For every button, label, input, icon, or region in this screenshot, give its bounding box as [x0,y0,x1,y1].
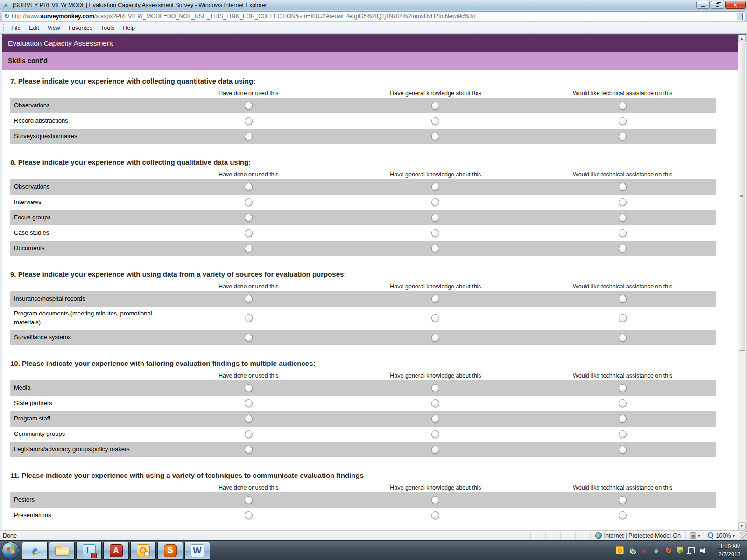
close-button[interactable]: × [725,1,746,9]
radio-button[interactable] [245,295,253,303]
question-block: 10. Please indicate your experience with… [10,359,716,457]
radio-button[interactable] [619,430,627,438]
radio-button[interactable] [245,415,253,423]
radio-button[interactable] [619,102,627,110]
taskbar-outlook[interactable]: O [130,542,156,560]
radio-button[interactable] [245,446,253,454]
radio-cell [342,415,529,423]
radio-button[interactable] [245,102,253,110]
radio-button[interactable] [619,511,627,519]
radio-button[interactable] [619,133,627,140]
radio-button[interactable] [619,214,627,222]
zoom-control-button[interactable]: 100% ▾ [704,531,739,540]
vertical-scrollbar[interactable]: ▲ ▼ [738,35,746,530]
matrix-row: Interviews [10,195,716,210]
radio-button[interactable] [431,511,439,519]
radio-button[interactable] [619,496,627,504]
radio-button[interactable] [431,102,439,110]
radio-button[interactable] [431,384,439,392]
radio-button[interactable] [619,117,627,125]
radio-button[interactable] [245,314,253,322]
menu-item-favorites[interactable]: Favorites [64,23,97,33]
compatibility-settings-button[interactable]: ▾ [685,531,704,540]
minimize-button[interactable] [696,1,710,9]
radio-button[interactable] [619,295,627,303]
radio-button[interactable] [619,446,627,454]
volume-icon[interactable] [699,546,707,554]
radio-button[interactable] [245,214,253,222]
network-icon[interactable] [687,546,695,554]
start-button[interactable] [2,542,19,559]
radio-button[interactable] [245,399,253,407]
taskbar-internet-explorer[interactable]: e [22,542,48,560]
radio-button[interactable] [619,183,627,191]
radio-button[interactable] [431,446,439,454]
radio-button[interactable] [245,511,253,519]
taskbar-word[interactable]: W [184,542,210,560]
menu-item-edit[interactable]: Edit [25,23,43,33]
radio-button[interactable] [245,245,253,252]
matrix-row: Observations [10,98,716,113]
radio-button[interactable] [431,183,439,191]
radio-button[interactable] [431,399,439,407]
radio-button[interactable] [431,496,439,504]
red-speaker-icon[interactable] [640,546,648,554]
diamond-icon[interactable] [652,546,660,554]
radio-button[interactable] [245,384,253,392]
address-input[interactable]: ↻ http://www.surveymonkey.com/s.aspx?PRE… [2,11,745,21]
matrix-row: Focus groups [10,210,716,225]
menu-item-tools[interactable]: Tools [97,23,119,33]
radio-button[interactable] [245,430,253,438]
radio-button[interactable] [619,198,627,206]
radio-button[interactable] [431,133,439,140]
radio-button[interactable] [619,415,627,423]
taskbar-clock[interactable]: 11:10 AM 2/7/2013 [717,543,740,559]
radio-button[interactable] [431,198,439,206]
outlook-reminder-icon[interactable] [616,546,624,554]
radio-button[interactable] [245,334,253,342]
radio-cell [342,430,529,438]
scroll-up-arrow[interactable]: ▲ [738,35,746,42]
toolbar-grip[interactable] [3,24,4,31]
radio-button[interactable] [619,245,627,252]
radio-button[interactable] [245,496,253,504]
radio-cell [529,399,716,407]
radio-button[interactable] [619,384,627,392]
radio-button[interactable] [431,117,439,125]
radio-button[interactable] [431,415,439,423]
radio-button[interactable] [619,334,627,342]
radio-button[interactable] [245,198,253,206]
compatibility-view-icon[interactable] [737,13,743,20]
radio-button[interactable] [431,229,439,237]
taskbar-windows-explorer[interactable] [49,542,75,560]
radio-button[interactable] [431,245,439,252]
radio-cell [529,496,716,504]
taskbar-sharepoint-workspace[interactable]: S [157,542,183,560]
radio-button[interactable] [431,214,439,222]
menu-item-file[interactable]: File [7,23,25,33]
title-bar[interactable]: e [SURVEY PREVIEW MODE] Evaluation Capac… [0,0,747,10]
security-shield-icon[interactable] [677,547,683,554]
radio-button[interactable] [619,314,627,322]
radio-button[interactable] [245,117,253,125]
taskbar-lync-app[interactable]: L [76,542,102,560]
taskbar-adobe-reader[interactable]: A [103,542,129,560]
radio-button[interactable] [245,133,253,140]
radio-button[interactable] [245,183,253,191]
radio-button[interactable] [245,229,253,237]
scrollbar-thumb[interactable] [739,43,745,351]
scrollbar-track[interactable] [738,351,746,522]
radio-button[interactable] [431,314,439,322]
restore-button[interactable] [711,1,724,9]
radio-button[interactable] [619,229,627,237]
radio-button[interactable] [431,295,439,303]
radio-button[interactable] [431,430,439,438]
usb-device-icon[interactable] [628,546,636,554]
radio-button[interactable] [431,334,439,342]
resize-grip[interactable] [740,531,747,540]
menu-item-help[interactable]: Help [119,23,139,33]
scroll-down-arrow[interactable]: ▼ [738,522,746,530]
menu-item-view[interactable]: View [43,23,64,33]
radio-button[interactable] [619,399,627,407]
groove-sync-icon[interactable] [664,546,672,554]
